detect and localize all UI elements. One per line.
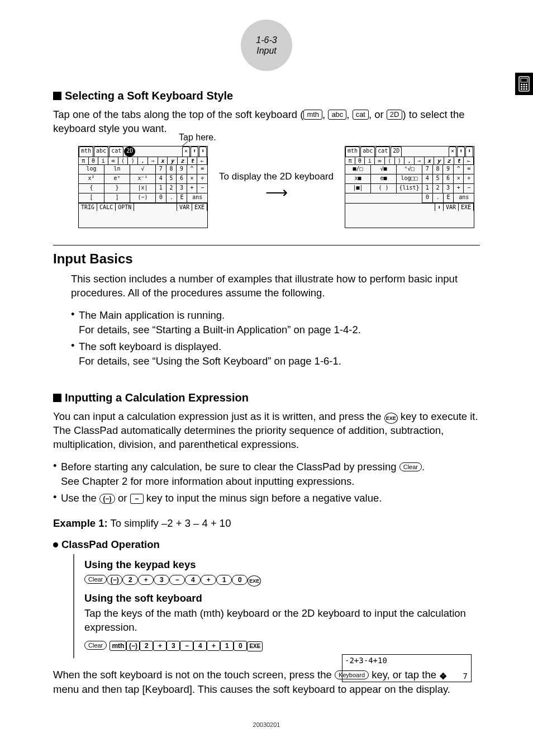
figure-row: Tap here. mth abc cat 2D ✕ ⬆ ⬇ (78, 146, 480, 228)
header-line2: Input (256, 45, 277, 56)
para-select-style: Tap one of the tabs along the top of the… (53, 108, 480, 136)
using-keypad-label: Using the keypad keys (84, 559, 480, 571)
tab-mth: mth (303, 110, 322, 120)
result-input: -2+3-4+10 (345, 656, 387, 665)
svg-rect-2 (521, 84, 522, 86)
svg-rect-4 (526, 84, 527, 86)
svg-rect-9 (524, 88, 525, 90)
page-header-badge: 1-6-3 Input (241, 20, 292, 71)
bullet-list-assumptions: •The Main application is running.For det… (71, 308, 480, 368)
svg-rect-6 (524, 86, 525, 88)
divider (53, 245, 480, 245)
figure-arrow-label: To display the 2D keyboard ⟶ (219, 171, 334, 203)
side-tab-icon (515, 73, 533, 95)
example-line: Example 1: To simplify –2 + 3 – 4 + 10 (53, 517, 480, 531)
kb-a-toprow: πθi∞(),⇒xyzt← (79, 157, 207, 165)
result-display: -2+3-4+10 7 (342, 654, 472, 682)
minus-key-icon: − (130, 494, 144, 504)
header-line1: 1-6-3 (256, 35, 277, 45)
clear-key-icon: Clear (399, 462, 422, 471)
using-soft-keyboard-label: Using the soft keyboard (84, 592, 480, 604)
para-input-basics-intro: This section includes a number of exampl… (71, 272, 480, 300)
arrow-right-icon: ⟶ (219, 183, 334, 203)
result-output: 7 (463, 672, 468, 681)
svg-rect-7 (526, 86, 527, 88)
bullet-dot-icon (53, 542, 58, 547)
classpad-operation-header: ClassPad Operation (53, 538, 480, 551)
heading-input-basics: Input Basics (53, 251, 480, 267)
keyboard-mth-figure: mth abc cat 2D ✕ ⬆ ⬇ πθi∞(),⇒xyzt← (78, 146, 208, 228)
svg-rect-8 (521, 88, 522, 90)
manual-page: 1-6-3 Input Selecting a Soft Keyboard St… (0, 0, 533, 756)
svg-rect-1 (521, 78, 527, 82)
softkey-sequence: Clear mth(−)2+3−4+10EXE (84, 639, 480, 651)
bullet-square-icon (53, 92, 61, 100)
bullet-list-notes: • Before starting any calculation, be su… (53, 460, 480, 505)
keypad-sequence: Clear(−)2+3−4+10EXE (84, 573, 480, 587)
bullet-square-icon (53, 394, 61, 402)
footer-id: 20030201 (253, 721, 280, 728)
heading-selecting-style: Selecting a Soft Keyboard Style (53, 89, 480, 102)
neg-key-icon: (−) (99, 494, 115, 504)
svg-rect-5 (521, 86, 522, 88)
svg-rect-10 (526, 88, 527, 90)
para-input-expression: You can input a calculation expression j… (53, 410, 480, 452)
tab-cat: cat (353, 110, 369, 120)
tab-abc: abc (328, 110, 346, 120)
heading-inputting-expression: Inputting a Calculation Expression (53, 391, 480, 404)
using-soft-keyboard-text: Tap the keys of the math (mth) keyboard … (84, 607, 480, 635)
exe-key-icon: EXE (384, 413, 398, 424)
keyboard-2d-figure: mth abc cat 2D ✕ ⬆ ⬇ πθi∞(),⇒xyzt← ■/□√■… (345, 146, 474, 228)
operation-block: Using the keypad keys Clear(−)2+3−4+10EX… (73, 554, 480, 658)
svg-rect-3 (524, 84, 525, 86)
tab-2d: 2D (387, 110, 403, 120)
